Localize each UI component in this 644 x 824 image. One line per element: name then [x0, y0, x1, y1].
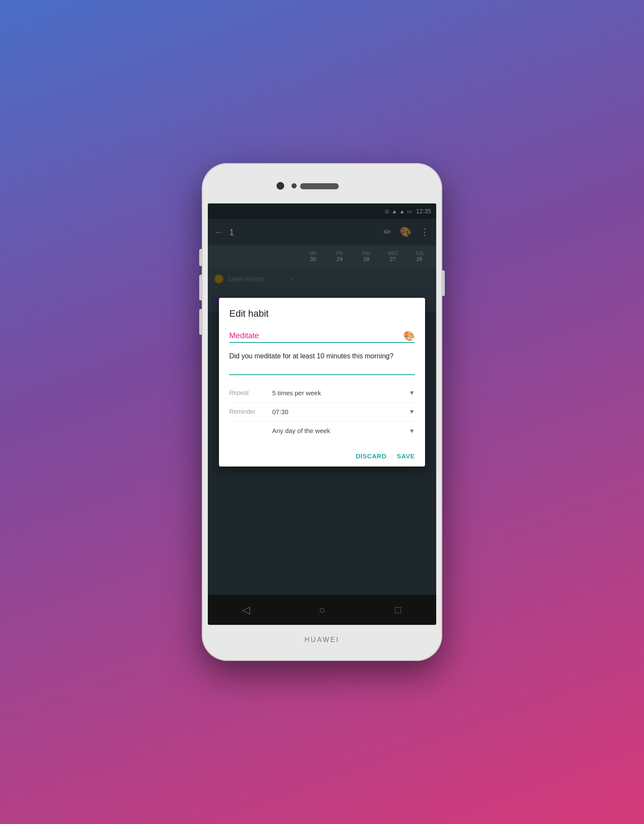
reminder-day-dropdown[interactable]: Any day of the week ▼ — [272, 427, 415, 434]
sensor-dot — [292, 183, 297, 188]
color-palette-icon[interactable]: 🎨 — [403, 330, 415, 342]
habit-question-input[interactable]: Did you meditate for at least 10 minutes… — [229, 351, 415, 371]
reminder-arrow-icon: ▼ — [409, 408, 415, 415]
phone-screen: ⊙ ▲ ▲ ▭ 12:35 ← 1 ✏ 🎨 ⋮ SAT 30 FRI 29 — [208, 203, 436, 625]
reminder-value: 07:30 — [272, 408, 289, 415]
save-button[interactable]: SAVE — [397, 452, 415, 460]
silent-button — [199, 309, 202, 335]
repeat-label: Repeat — [229, 389, 272, 396]
reminder-time-dropdown[interactable]: 07:30 ▼ — [272, 408, 415, 415]
dialog-buttons: DISCARD SAVE — [229, 449, 415, 460]
habit-name-field: 🎨 — [229, 330, 415, 343]
reminder-day-arrow-icon: ▼ — [409, 427, 415, 434]
repeat-arrow-icon: ▼ — [409, 389, 415, 396]
repeat-row: Repeat 5 times per week ▼ — [229, 384, 415, 403]
habit-name-row: 🎨 — [229, 330, 415, 343]
habit-name-input[interactable] — [229, 330, 403, 342]
bottom-bezel: HUAWEI — [208, 625, 436, 655]
front-camera — [276, 182, 284, 190]
habit-question-field: Did you meditate for at least 10 minutes… — [229, 351, 415, 375]
discard-button[interactable]: DISCARD — [355, 452, 386, 460]
reminder-label: Reminder — [229, 408, 272, 415]
volume-down-button — [199, 275, 202, 300]
edit-habit-dialog: Edit habit 🎨 Did you meditate for at lea… — [219, 298, 425, 467]
repeat-dropdown[interactable]: 5 times per week ▼ — [272, 389, 415, 397]
dialog-title: Edit habit — [229, 308, 415, 319]
volume-up-button — [199, 249, 202, 266]
phone-brand: HUAWEI — [304, 636, 339, 644]
top-bezel — [208, 169, 436, 203]
power-button — [442, 270, 445, 296]
phone-frame: ⊙ ▲ ▲ ▭ 12:35 ← 1 ✏ 🎨 ⋮ SAT 30 FRI 29 — [202, 163, 442, 661]
earpiece-speaker — [300, 183, 339, 189]
reminder-day-value: Any day of the week — [272, 427, 330, 434]
reminder-row: Reminder 07:30 ▼ — [229, 403, 415, 421]
reminder-day-row: Any day of the week ▼ — [229, 421, 415, 440]
repeat-value: 5 times per week — [272, 389, 321, 397]
